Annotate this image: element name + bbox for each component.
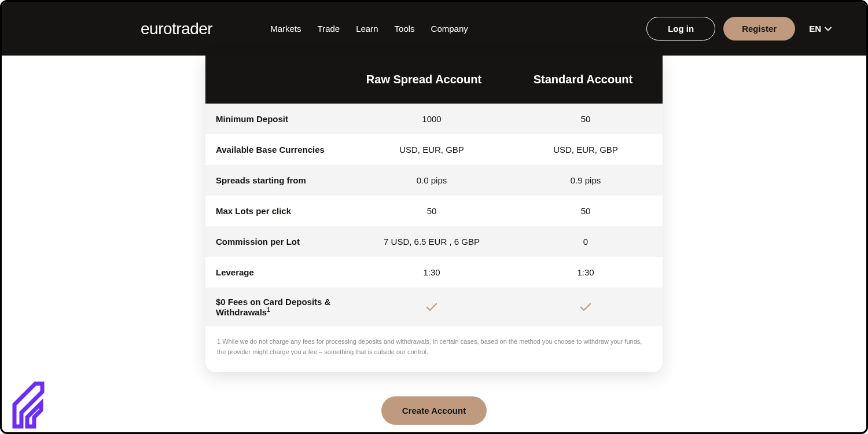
- column-header-standard: Standard Account: [503, 73, 663, 86]
- check-icon: [426, 303, 437, 312]
- table-row: Spreads starting from 0.0 pips 0.9 pips: [205, 165, 663, 196]
- row-label: $0 Fees on Card Deposits & Withdrawals1: [216, 297, 355, 317]
- row-label: Max Lots per click: [216, 206, 355, 216]
- table-footnote: 1 While we do not charge any fees for pr…: [205, 326, 663, 372]
- table-row: Commission per Lot 7 USD, 6.5 EUR , 6 GB…: [205, 226, 663, 257]
- language-label: EN: [809, 24, 821, 34]
- login-button[interactable]: Log in: [646, 17, 715, 41]
- check-icon: [580, 303, 591, 312]
- table-row: Minimum Deposit 1000 50: [205, 104, 663, 134]
- register-button[interactable]: Register: [723, 17, 795, 41]
- row-value-raw: 50: [355, 206, 509, 216]
- language-selector[interactable]: EN: [809, 24, 832, 34]
- nav-company[interactable]: Company: [431, 24, 468, 34]
- table-row: Available Base Currencies USD, EUR, GBP …: [205, 134, 663, 165]
- row-label: Minimum Deposit: [216, 114, 355, 124]
- table-row: Max Lots per click 50 50: [205, 196, 663, 226]
- corner-brand-icon: [10, 381, 47, 429]
- header-actions: Log in Register EN: [646, 17, 832, 41]
- nav-trade[interactable]: Trade: [318, 24, 340, 34]
- row-label: Leverage: [216, 267, 355, 277]
- row-value-raw: 0.0 pips: [355, 175, 509, 185]
- account-comparison-table: Raw Spread Account Standard Account Mini…: [205, 56, 663, 372]
- create-account-button[interactable]: Create Account: [381, 396, 487, 425]
- brand-logo: eurotrader: [141, 20, 212, 38]
- row-label: Available Base Currencies: [216, 145, 355, 155]
- table-header-row: Raw Spread Account Standard Account: [205, 56, 663, 104]
- row-label: Spreads starting from: [216, 175, 355, 185]
- chevron-down-icon: [825, 27, 832, 31]
- row-value-standard: 50: [509, 114, 663, 124]
- nav-tools[interactable]: Tools: [395, 24, 415, 34]
- row-value-standard: 1:30: [509, 267, 663, 277]
- row-value-raw: 1:30: [355, 267, 509, 277]
- main-nav: Markets Trade Learn Tools Company: [270, 24, 623, 34]
- row-label: Commission per Lot: [216, 237, 355, 247]
- row-value-raw: USD, EUR, GBP: [355, 145, 509, 155]
- nav-learn[interactable]: Learn: [356, 24, 378, 34]
- table-row-fees: $0 Fees on Card Deposits & Withdrawals1: [205, 288, 663, 326]
- row-value-standard: 50: [509, 206, 663, 216]
- main-content: Raw Spread Account Standard Account Mini…: [2, 56, 866, 425]
- site-header: eurotrader Markets Trade Learn Tools Com…: [2, 2, 866, 56]
- row-value-standard: USD, EUR, GBP: [509, 145, 663, 155]
- row-value-raw: 1000: [355, 114, 509, 124]
- table-row: Leverage 1:30 1:30: [205, 257, 663, 288]
- row-value-standard: 0: [509, 237, 663, 247]
- column-header-raw-spread: Raw Spread Account: [344, 73, 503, 86]
- row-value-raw: 7 USD, 6.5 EUR , 6 GBP: [355, 237, 509, 247]
- row-value-standard: 0.9 pips: [509, 175, 663, 185]
- nav-markets[interactable]: Markets: [270, 24, 301, 34]
- row-value-raw: [355, 303, 509, 312]
- row-value-standard: [509, 303, 663, 312]
